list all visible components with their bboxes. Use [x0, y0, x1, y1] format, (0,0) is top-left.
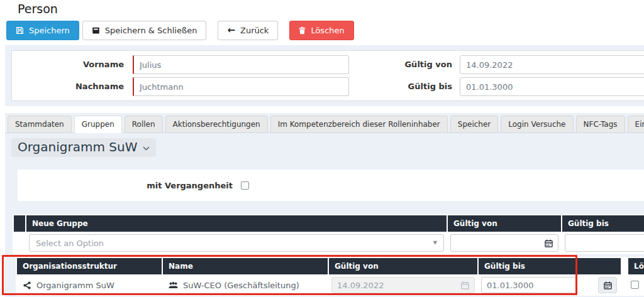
new-group-select-placeholder: Select an Option [36, 239, 104, 248]
groups-table-header-row: Organisationsstruktur Name Gültig von Gü… [17, 258, 644, 274]
sitemap-icon [23, 281, 31, 289]
groups-gueltig-von-header: Gültig von [329, 258, 477, 274]
organisationsstruktur-header: Organisationsstruktur [17, 258, 162, 274]
users-icon [169, 281, 178, 289]
save-button-label: Speichern [29, 26, 70, 35]
arrow-left-icon: ← [227, 26, 235, 35]
groups-table: Organisationsstruktur Name Gültig von Gü… [16, 257, 644, 296]
gueltig-bis-input[interactable] [460, 77, 644, 96]
save-close-button-label: Speichern & Schließen [105, 26, 197, 35]
tab-nfc-tags[interactable]: NFC-Tags [576, 116, 625, 133]
toolbar: Speichern Speichern & Schließen ← Zurück [6, 21, 354, 40]
organigramm-dropdown[interactable]: Organigramm SuW [11, 138, 156, 157]
new-group-input-row: Select an Option ▼ [14, 233, 644, 253]
save-icon [16, 26, 24, 35]
new-group-header: Neue Gruppe [26, 215, 447, 232]
name-header: Name [163, 258, 328, 274]
nachname-label: Nachname [12, 77, 124, 96]
tab-einstellungen[interactable]: Einstellungen [628, 116, 644, 133]
tab-aktionsberechtigungen[interactable]: Aktionsberechtigungen [165, 116, 268, 133]
name-value: SuW-CEO (Geschäftsleitung) [183, 281, 299, 290]
tab-stammdaten[interactable]: Stammdaten [8, 116, 72, 133]
name-cell: SuW-CEO (Geschäftsleitung) [165, 281, 325, 290]
trash-icon [299, 26, 306, 35]
organisationsstruktur-cell: Organigramm SuW [19, 281, 159, 290]
groups-gueltig-bis-header: Gültig bis [479, 258, 621, 274]
new-group-gueltig-bis-input[interactable] [565, 234, 644, 252]
caret-down-icon: ▼ [433, 240, 437, 246]
row-delete-checkbox[interactable] [631, 281, 639, 289]
gueltig-von-input[interactable] [460, 55, 644, 74]
new-group-table-header-row: Neue Gruppe Gültig von Gültig bis [14, 215, 644, 232]
back-button-label: Zurück [240, 26, 269, 35]
row-gueltig-von-value: 14.09.2022 [337, 281, 384, 290]
calendar-icon-disabled [461, 281, 469, 289]
gueltig-bis-label: Gültig bis [330, 77, 452, 96]
new-group-select[interactable]: Select an Option ▼ [29, 234, 444, 252]
row-gueltig-von-field: 14.09.2022 [331, 277, 475, 293]
with-past-panel: mit Vergangenheit [18, 170, 644, 201]
chevron-down-icon [143, 146, 150, 151]
back-button[interactable]: ← Zurück [218, 21, 278, 40]
new-group-gueltig-von-header: Gültig von [448, 215, 561, 232]
tab-speicher[interactable]: Speicher [450, 116, 498, 133]
loeschen-header: Löschen [628, 258, 644, 274]
tab-login-versuche[interactable]: Login Versuche [501, 116, 573, 133]
organisationsstruktur-value: Organigramm SuW [36, 281, 114, 290]
with-past-label: mit Vergangenheit [18, 181, 233, 190]
row-gueltig-bis-input[interactable] [481, 277, 577, 293]
vorname-label: Vorname [12, 55, 124, 74]
tab-kompetenzbereich[interactable]: Im Kompetenzbereich dieser Rolleninhaber [270, 116, 448, 133]
organigramm-dropdown-label: Organigramm SuW [18, 139, 137, 154]
tab-bar: Stammdaten Gruppen Rollen Aktionsberecht… [5, 113, 644, 133]
new-group-table: Neue Gruppe Gültig von Gültig bis Select… [13, 214, 644, 254]
page-root: Person Speichern Speichern & Schließen ←… [0, 0, 644, 297]
groups-table-row: Organigramm SuW SuW-CEO (Geschäftsleitun… [17, 276, 644, 294]
vorname-input[interactable] [133, 55, 349, 74]
calendar-icon[interactable] [545, 239, 553, 247]
person-form-panel: Vorname Nachname Gültig von Gültig bis [11, 50, 644, 101]
tabs-section: Stammdaten Gruppen Rollen Aktionsberecht… [5, 113, 644, 297]
gueltig-von-label: Gültig von [330, 55, 452, 74]
delete-button[interactable]: Löschen [289, 21, 353, 40]
save-close-icon [92, 26, 100, 35]
save-close-button[interactable]: Speichern & Schließen [82, 21, 207, 40]
person-form-section: Vorname Nachname Gültig von Gültig bis [5, 45, 644, 106]
row-gueltig-bis-field [481, 277, 618, 293]
new-group-gueltig-bis-header: Gültig bis [562, 215, 644, 232]
page-title: Person [18, 2, 58, 16]
calendar-button[interactable] [598, 277, 617, 293]
tab-gruppen[interactable]: Gruppen [74, 116, 122, 133]
delete-button-label: Löschen [311, 26, 344, 35]
tab-rollen[interactable]: Rollen [125, 116, 163, 133]
new-group-table-corner-cell [14, 215, 25, 232]
with-past-checkbox[interactable] [241, 181, 249, 190]
nachname-input[interactable] [133, 77, 349, 96]
new-group-gueltig-von-field[interactable] [450, 234, 558, 252]
save-button[interactable]: Speichern [6, 21, 79, 40]
